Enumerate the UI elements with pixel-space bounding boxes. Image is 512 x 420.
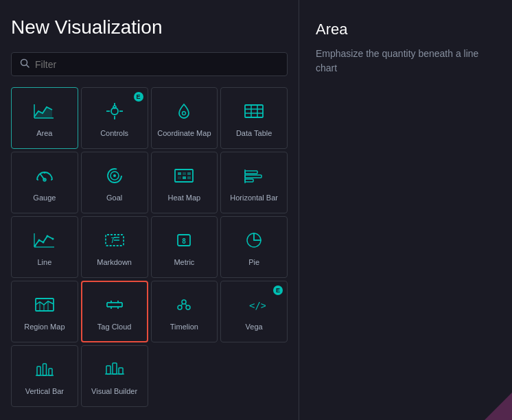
- vis-label-region-map: Region Map: [24, 323, 65, 331]
- vega-badge: E: [273, 285, 283, 295]
- main-container: New Visualization: [0, 0, 512, 420]
- search-icon: [20, 58, 30, 70]
- vis-label-vega: Vega: [246, 323, 263, 331]
- svg-rect-12: [245, 105, 263, 117]
- visual-builder-icon: [103, 360, 126, 382]
- svg-rect-66: [49, 369, 52, 375]
- page-title: New Visualization: [11, 16, 288, 38]
- svg-rect-34: [245, 179, 253, 182]
- vis-item-markdown[interactable]: T Markdown: [81, 216, 148, 278]
- markdown-icon: T: [103, 231, 126, 253]
- vis-item-region-map[interactable]: Region Map: [11, 281, 78, 342]
- svg-line-62: [185, 303, 187, 306]
- vis-label-tag-cloud: Tag Cloud: [97, 323, 132, 331]
- timelion-icon: [172, 295, 196, 317]
- horizontal-bar-icon: [242, 166, 266, 188]
- vis-label-gauge: Gauge: [33, 194, 56, 202]
- svg-text:</>: </>: [249, 300, 266, 311]
- description-body: Emphasize the quantity beneath a line ch…: [316, 47, 496, 75]
- description-title: Area: [316, 21, 496, 38]
- svg-line-1: [27, 65, 30, 68]
- line-icon: [33, 231, 56, 253]
- vis-item-controls[interactable]: E Controls: [81, 87, 148, 149]
- vis-item-data-table[interactable]: Data Table: [220, 87, 288, 149]
- vis-label-goal: Goal: [106, 194, 122, 202]
- vis-label-controls: Controls: [100, 129, 128, 137]
- svg-rect-65: [43, 364, 46, 375]
- svg-point-11: [183, 112, 186, 115]
- svg-rect-68: [106, 366, 110, 374]
- vis-item-tag-cloud[interactable]: Tag Cloud: [81, 281, 148, 342]
- controls-badge: E: [134, 92, 143, 102]
- vis-label-vertical-bar: Vertical Bar: [25, 387, 64, 395]
- svg-rect-29: [178, 176, 181, 179]
- region-map-icon: [33, 295, 56, 317]
- vis-label-data-table: Data Table: [236, 129, 272, 137]
- svg-rect-31: [187, 176, 191, 179]
- vis-label-area: Area: [36, 129, 52, 137]
- vis-label-pie: Pie: [248, 258, 259, 266]
- vis-item-gauge[interactable]: Gauge: [11, 152, 78, 213]
- vis-label-timelion: Timelion: [170, 323, 198, 331]
- svg-rect-25: [175, 170, 193, 182]
- svg-text:8: 8: [182, 237, 186, 245]
- vis-label-markdown: Markdown: [97, 258, 132, 266]
- decorative-shape: [416, 324, 512, 420]
- svg-rect-70: [119, 368, 123, 374]
- filter-input[interactable]: [35, 59, 279, 70]
- svg-rect-33: [245, 175, 261, 178]
- pie-icon: [242, 231, 266, 253]
- visualization-grid: Area E Controls: [11, 87, 288, 407]
- svg-point-38: [42, 242, 44, 244]
- svg-rect-28: [187, 172, 191, 175]
- svg-rect-30: [183, 176, 186, 179]
- tag-cloud-icon: [103, 295, 126, 317]
- vis-item-coordinate-map[interactable]: Coordinate Map: [151, 87, 218, 149]
- vis-label-horizontal-bar: Horizontal Bar: [230, 194, 278, 202]
- vis-item-heat-map[interactable]: Heat Map: [151, 152, 218, 213]
- vis-label-line: Line: [37, 258, 51, 266]
- svg-rect-26: [178, 172, 181, 175]
- svg-point-10: [113, 106, 116, 108]
- vega-icon: </>: [242, 295, 266, 317]
- vis-label-heat-map: Heat Map: [168, 194, 201, 202]
- gauge-icon: [33, 166, 56, 188]
- vis-item-goal[interactable]: Goal: [81, 152, 148, 213]
- vis-item-horizontal-bar[interactable]: Horizontal Bar: [220, 152, 288, 213]
- svg-rect-32: [245, 171, 257, 174]
- controls-icon: [103, 102, 126, 124]
- svg-rect-64: [37, 366, 40, 375]
- svg-point-39: [46, 235, 48, 237]
- svg-point-37: [38, 240, 40, 242]
- vis-item-line[interactable]: Line: [11, 216, 78, 278]
- data-table-icon: [242, 102, 266, 124]
- filter-bar[interactable]: [11, 52, 288, 76]
- svg-point-24: [113, 174, 116, 177]
- left-panel: New Visualization: [0, 0, 299, 420]
- vis-item-area[interactable]: Area: [11, 87, 78, 149]
- metric-icon: 8: [172, 231, 196, 253]
- vis-item-metric[interactable]: 8 Metric: [151, 216, 218, 278]
- area-icon: [33, 102, 56, 124]
- svg-line-61: [181, 303, 183, 306]
- vis-label-visual-builder: Visual Builder: [91, 387, 137, 395]
- vis-item-vega[interactable]: E </> Vega: [220, 281, 288, 342]
- goal-icon: [103, 166, 126, 188]
- vertical-bar-icon: [33, 360, 56, 382]
- vis-label-metric: Metric: [174, 258, 194, 266]
- vis-item-timelion[interactable]: Timelion: [151, 281, 218, 342]
- vis-item-pie[interactable]: Pie: [220, 216, 288, 278]
- vis-item-vertical-bar[interactable]: Vertical Bar: [11, 345, 78, 407]
- coordinate-map-icon: [172, 102, 196, 124]
- vis-label-coordinate-map: Coordinate Map: [157, 129, 211, 137]
- right-panel: Area Emphasize the quantity beneath a li…: [299, 0, 512, 420]
- svg-rect-27: [183, 172, 186, 175]
- heat-map-icon: [172, 166, 196, 188]
- vis-item-visual-builder[interactable]: Visual Builder: [81, 345, 148, 407]
- svg-point-40: [51, 238, 54, 240]
- svg-rect-69: [113, 363, 117, 374]
